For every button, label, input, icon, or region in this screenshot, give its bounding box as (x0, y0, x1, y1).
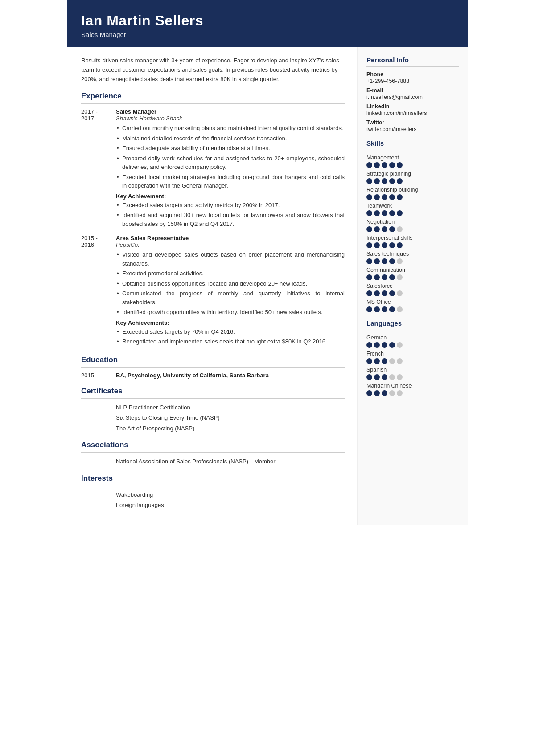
list-item: Renegotiated and implemented sales deals… (116, 337, 345, 346)
skill-row: Interpersonal skills (366, 235, 459, 248)
email-value: i.m.sellers@gmail.com (366, 94, 459, 100)
skill-dot-filled (389, 290, 395, 296)
skill-name: MS Office (366, 299, 459, 305)
skill-dot-filled (397, 242, 403, 248)
achievement-label: Key Achievement: (116, 193, 345, 200)
skill-dot-filled (382, 306, 387, 312)
list-item: Maintained detailed records of the finan… (116, 134, 345, 143)
exp-dates: 2017 - 2017 (81, 108, 116, 229)
language-name: Spanish (366, 367, 459, 373)
lang-dot-filled (366, 358, 372, 364)
languages-container: GermanFrenchSpanishMandarin Chinese (366, 335, 459, 396)
skill-dot-filled (389, 306, 395, 312)
languages-section-title: Languages (366, 319, 459, 327)
skill-dot-filled (397, 210, 403, 216)
list-item: Identified growth opportunities within t… (116, 308, 345, 317)
lang-dot-filled (382, 374, 387, 380)
skill-dot-filled (366, 242, 372, 248)
skill-dot-filled (382, 162, 387, 168)
skill-dot-filled (382, 194, 387, 200)
list-item: National Association of Sales Profession… (116, 457, 345, 466)
linkedin-value: linkedin.com/in/imsellers (366, 110, 459, 116)
skill-dot-filled (374, 242, 380, 248)
lang-dot-empty (397, 342, 403, 348)
skill-dot-filled (382, 178, 387, 184)
skill-dots (366, 274, 459, 280)
skill-dot-empty (397, 226, 403, 232)
right-column: Personal Info Phone +1-299-456-7888 E-ma… (358, 47, 468, 525)
skill-dot-filled (389, 178, 395, 184)
language-row: German (366, 335, 459, 348)
skill-dot-filled (382, 258, 387, 264)
skill-name: Communication (366, 267, 459, 273)
skill-dots (366, 194, 459, 200)
skill-row: Relationship building (366, 187, 459, 200)
skill-dot-filled (382, 290, 387, 296)
certificates-section-title: Certificates (81, 387, 345, 396)
exp-bullets: Carried out monthly marketing plans and … (116, 124, 345, 190)
skill-row: Sales techniques (366, 251, 459, 264)
skills-container: ManagementStrategic planningRelationship… (366, 155, 459, 312)
education-section-title: Education (81, 356, 345, 364)
skill-dot-filled (382, 274, 387, 280)
list-item: The Art of Prospecting (NASP) (116, 424, 345, 433)
exp-dates: 2015 - 2016 (81, 235, 116, 347)
certificates-list: NLP Practitioner CertificationSix Steps … (81, 403, 345, 433)
list-item: NLP Practitioner Certification (116, 403, 345, 412)
skill-row: Management (366, 155, 459, 168)
skill-dot-filled (389, 226, 395, 232)
skill-name: Sales techniques (366, 251, 459, 257)
list-item: Wakeboarding (116, 490, 345, 499)
exp-company: PepsiCo. (116, 241, 345, 248)
body-wrapper: Results-driven sales manager with 3+ yea… (67, 47, 468, 525)
list-item: Executed local marketing strategies incl… (116, 173, 345, 190)
twitter-value: twitter.com/imsellers (366, 126, 459, 132)
experience-item: 2015 - 2016Area Sales RepresentativePeps… (81, 235, 345, 347)
skill-row: Salesforce (366, 283, 459, 296)
skill-dot-filled (397, 194, 403, 200)
personal-info-title: Personal Info (366, 56, 459, 64)
email-label: E-mail (366, 87, 459, 94)
skill-dot-filled (382, 210, 387, 216)
list-item: Exceeded sales targets by 70% in Q4 2016… (116, 327, 345, 336)
list-item: Obtained business opportunities, located… (116, 279, 345, 288)
lang-dot-filled (382, 342, 387, 348)
language-dots (366, 390, 459, 396)
skill-row: MS Office (366, 299, 459, 312)
lang-dot-empty (397, 374, 403, 380)
list-item: Exceeded sales targets and activity metr… (116, 201, 345, 210)
twitter-label: Twitter (366, 119, 459, 126)
language-dots (366, 342, 459, 348)
edu-description: BA, Psychology, University of California… (116, 372, 269, 379)
list-item: Six Steps to Closing Every Time (NASP) (116, 413, 345, 422)
list-item: Prepared daily work schedules for and as… (116, 154, 345, 172)
education-container: 2015BA, Psychology, University of Califo… (81, 372, 345, 379)
skill-dot-filled (366, 274, 372, 280)
skill-dot-filled (397, 178, 403, 184)
edu-year: 2015 (81, 372, 116, 379)
achievement-list: Exceeded sales targets by 70% in Q4 2016… (116, 327, 345, 346)
lang-dot-empty (389, 374, 395, 380)
skill-dot-filled (366, 210, 372, 216)
lang-dot-filled (382, 390, 387, 396)
skill-dot-filled (374, 178, 380, 184)
skill-dot-filled (397, 162, 403, 168)
list-item: Carried out monthly marketing plans and … (116, 124, 345, 133)
skill-dot-filled (389, 258, 395, 264)
lang-dot-empty (397, 390, 403, 396)
skill-dot-filled (366, 194, 372, 200)
phone-label: Phone (366, 71, 459, 78)
experience-item: 2017 - 2017Sales ManagerShawn's Hardware… (81, 108, 345, 229)
language-name: French (366, 351, 459, 357)
summary-text: Results-driven sales manager with 3+ yea… (81, 56, 345, 84)
skill-dot-filled (389, 210, 395, 216)
skill-name: Negotiation (366, 219, 459, 225)
associations-list: National Association of Sales Profession… (81, 457, 345, 466)
linkedin-label: LinkedIn (366, 103, 459, 110)
skill-name: Salesforce (366, 283, 459, 289)
skills-section-title: Skills (366, 139, 459, 147)
skill-dot-filled (366, 306, 372, 312)
list-item: Foreign languages (116, 501, 345, 510)
education-item: 2015BA, Psychology, University of Califo… (81, 372, 345, 379)
skill-dot-filled (382, 242, 387, 248)
